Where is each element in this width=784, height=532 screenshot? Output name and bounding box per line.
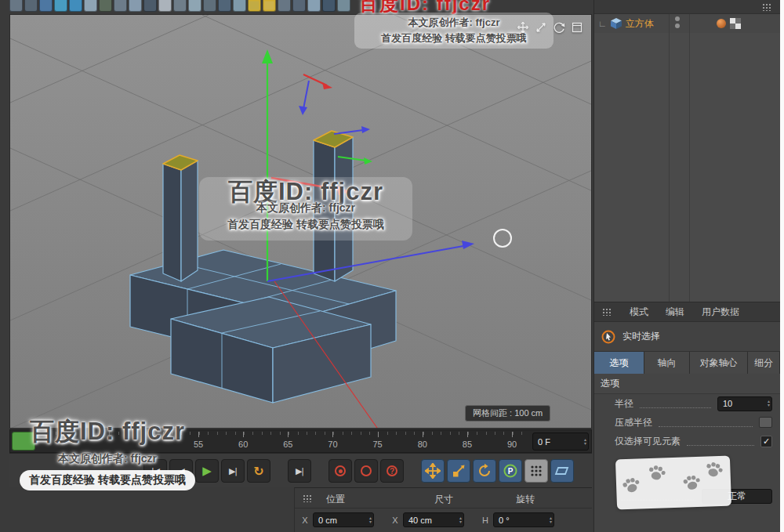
toolbar-icon-17[interactable] [248,0,261,12]
play-button[interactable]: ▶ [195,459,219,483]
cube-object[interactable] [130,131,396,403]
object-manager-menu [594,0,780,14]
screenshot-margin [780,0,784,532]
rotate-tool-icon[interactable] [473,459,496,483]
timeline-tick-major [332,432,333,437]
timeline-tick [82,432,83,435]
timeline-ruler[interactable]: 5560657075808590 0 F▴▾ [9,429,592,453]
goto-end-button[interactable]: ▶| [288,459,311,483]
menu-mode[interactable]: 模式 [630,306,648,319]
viewport-3d[interactable]: 网格间距 : 100 cm [9,14,592,429]
toolbar-icon-21[interactable] [307,0,321,12]
object-name[interactable]: 立方体 [626,17,654,31]
menu-userdata[interactable]: 用户数据 [702,306,739,319]
loop-button[interactable]: ↻ [247,459,270,483]
toolbar-icon-15[interactable] [218,0,231,12]
toolbar-icon-03[interactable] [39,0,53,12]
grid-spacing-label: 网格间距 : 100 cm [465,405,550,422]
toolbar-icon-11[interactable] [158,0,172,12]
object-manager-body[interactable] [594,33,780,302]
timeline-frame-label: 55 [194,440,203,449]
toolbar-icon-18[interactable] [263,0,276,12]
pressure-radius-row: 压感半径 [594,413,780,432]
texture-tag-icon[interactable] [730,18,741,29]
next-frame-button[interactable]: ▶| [221,459,245,483]
toolbar-icon-14[interactable] [203,0,216,12]
goto-start-button[interactable]: |◀ [143,459,167,483]
paw-prints [615,455,731,509]
toolbar-icon-07[interactable] [99,0,112,12]
timeline-tick [56,432,56,435]
toolbar-icon-10[interactable] [143,0,157,12]
maximize-view-icon[interactable] [571,21,583,34]
toolbar-icon-06[interactable] [84,0,97,12]
toolbar-icon-05[interactable] [69,0,82,12]
selection-brush-circle [494,230,511,247]
tab-axis[interactable]: 轴向 [644,352,690,374]
toolbar-icon-09[interactable] [129,0,142,12]
timeline-tick [414,432,415,435]
timeline-tick [163,432,164,435]
toolbar-icon-12[interactable] [173,0,187,12]
material-tag-icon[interactable] [717,19,726,28]
move-tool-icon[interactable] [421,459,445,483]
toolbar-icon-19[interactable] [278,0,291,12]
timeline-playhead[interactable] [12,432,35,451]
rotate-view-icon[interactable] [553,21,565,34]
timeline-tick [459,432,459,435]
autokey-button[interactable] [354,459,378,483]
radius-label: 半径 [615,397,633,411]
tab-object-axis[interactable]: 对象轴心 [690,352,748,374]
tab-subdivision[interactable]: 细分 [748,352,780,374]
section-options[interactable]: 选项 [594,374,780,394]
toolbar-icon-08[interactable] [114,0,127,12]
toolbar-icon-20[interactable] [292,0,306,12]
object-row-cube[interactable]: ∟ 立方体 [594,14,780,33]
timeline-tick [109,432,110,435]
position-x-field[interactable]: 0 cm▴▾ [313,512,374,527]
timeline-tick [450,432,451,435]
tab-options[interactable]: 选项 [594,352,644,374]
size-x-field[interactable]: 40 cm▴▾ [403,512,464,527]
pressure-radius-label: 压感半径 [615,416,652,429]
dotted-leader [687,437,754,446]
rotation-h-field-group: H0 °▴▾ [481,512,554,527]
viewport-nav [517,21,583,34]
scale-tool-icon[interactable] [447,459,470,483]
timeline-tick [226,432,227,435]
scene-canvas [10,15,592,429]
editor-visibility-dot[interactable] [675,16,680,21]
timeline-tick [46,432,47,435]
record-keyframe-button[interactable] [328,459,352,483]
size-x-field-axis: X [391,516,399,525]
attribute-subtabs: 选项 轴向 对象轴心 细分 [594,352,780,374]
toolbar-icon-16[interactable] [233,0,246,12]
pressure-radius-mini[interactable] [759,417,772,428]
only-select-visible-checkbox[interactable]: ✓ [760,436,772,447]
om-column-divider [669,14,670,302]
zoom-view-icon[interactable] [535,21,547,34]
timeline-tick [477,432,477,435]
toolbar-icon-22[interactable] [322,0,336,12]
toolbar-icon-23[interactable] [337,0,350,12]
timeline-tick [503,432,504,435]
p-tool-icon[interactable]: P [499,459,522,483]
record-options-button[interactable]: ? [380,459,404,483]
workplane-icon[interactable] [550,459,574,483]
prev-frame-button[interactable]: ◀ [169,459,193,483]
radius-input[interactable]: 10▴▾ [717,396,772,411]
panel-menu-icon[interactable] [762,3,772,11]
toolbar-icon-04[interactable] [54,0,67,12]
render-visibility-dot[interactable] [675,24,680,28]
timeline-tick [208,432,209,435]
current-frame-field[interactable]: 0 F▴▾ [532,432,589,451]
rotation-h-field[interactable]: 0 °▴▾ [493,512,554,527]
frame-spinner[interactable]: ▴▾ [582,438,586,446]
pan-view-icon[interactable] [517,21,529,34]
menu-edit[interactable]: 编辑 [666,306,684,319]
toolbar-icon-13[interactable] [188,0,201,12]
dotted-leader [659,418,753,427]
grid-dots-icon[interactable] [524,459,548,483]
toolbar-icon-01[interactable] [9,0,23,12]
toolbar-icon-02[interactable] [24,0,38,12]
